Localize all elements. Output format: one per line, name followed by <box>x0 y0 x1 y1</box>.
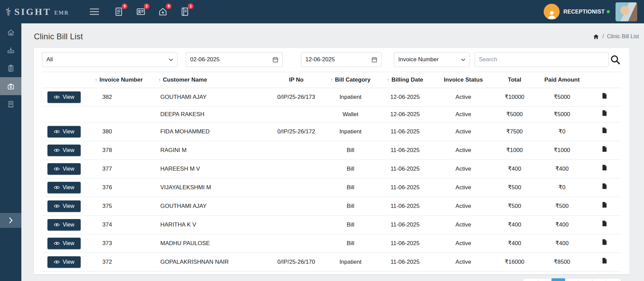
breadcrumb: / Clinic Bill List <box>593 34 639 40</box>
view-cell: View <box>42 160 93 178</box>
pdf-icon[interactable] <box>602 146 607 152</box>
cell-invoice-status: Active <box>434 123 492 141</box>
pdf-icon[interactable] <box>602 93 607 99</box>
cell-customer-name: VIJAYALEKSHMI M <box>156 178 267 197</box>
column-customer-name[interactable]: ↑Customer Name <box>156 72 267 88</box>
eye-icon <box>54 241 60 245</box>
patient-card-icon[interactable]: 2 <box>135 5 147 18</box>
table-row: View 374 HARITHA K V Bill 11-06-2025 Act… <box>42 216 621 234</box>
table-row: View 376 VIJAYALEKSHMI M Bill 11-06-2025… <box>42 178 621 197</box>
view-button[interactable]: View <box>47 200 81 212</box>
cell-invoice-status: Active <box>434 216 492 234</box>
column-billing-date[interactable]: ↑Billing Date <box>376 72 434 88</box>
table-row: View 377 HAREESH M V Bill 11-06-2025 Act… <box>42 160 621 178</box>
calendar-icon <box>273 57 278 63</box>
sidebar-item-billing[interactable] <box>0 77 21 95</box>
breadcrumb-home-icon[interactable] <box>593 34 599 40</box>
cell-invoice-status: Active <box>434 141 492 160</box>
cell-invoice-number: 372 <box>93 253 156 272</box>
cell-bill-category: Bill <box>325 197 376 216</box>
search-icon[interactable] <box>610 55 621 65</box>
pagination-item[interactable]: »» <box>606 278 621 281</box>
eye-icon <box>54 148 60 152</box>
view-button[interactable]: View <box>47 163 81 175</box>
view-button[interactable]: View <box>47 126 81 137</box>
pdf-icon[interactable] <box>602 220 607 226</box>
pagination-item[interactable]: « <box>538 278 552 281</box>
ledger-icon[interactable]: 1 <box>179 5 191 18</box>
view-button[interactable]: View <box>47 256 81 268</box>
table-row: View 380 FIDA MOHAMMED 0/IP/25-26/172 In… <box>42 123 621 141</box>
cell-paid-amount: ₹400 <box>537 160 587 178</box>
column-bill-category[interactable]: ↑Bill Category <box>325 72 376 88</box>
pdf-icon[interactable] <box>602 202 607 208</box>
pdf-icon[interactable] <box>602 239 607 245</box>
bill-table-body: View 382 GOUTHAMI AJAY 0/IP/25-26/173 In… <box>42 88 621 272</box>
sidebar-expand-button[interactable] <box>0 213 21 228</box>
table-row: DEEPA RAKESH Wallet 12-06-2025 Active ₹5… <box>42 107 621 123</box>
view-cell: View <box>42 88 93 107</box>
cell-paid-amount: ₹0 <box>537 123 587 141</box>
view-button[interactable]: View <box>47 145 81 156</box>
user-role-label: RECEPTIONIST <box>563 9 605 15</box>
user-avatar[interactable] <box>544 4 560 20</box>
pagination-item[interactable]: 3 <box>579 278 592 281</box>
pdf-icon[interactable] <box>602 127 607 133</box>
bill-list-icon[interactable]: 9 <box>113 5 125 18</box>
sidebar-item-reports[interactable] <box>0 95 21 113</box>
pagination-page-current[interactable]: 1 <box>551 278 565 281</box>
pagination: «««123»»» <box>42 278 621 281</box>
bill-type-selected-value: All <box>46 56 169 63</box>
menu-toggle-button[interactable] <box>88 7 100 16</box>
from-date-input[interactable]: 02-06-2025 <box>186 52 283 67</box>
table-row: View 375 GOUTHAMI AJAY Bill 11-06-2025 A… <box>42 197 621 216</box>
pdf-icon[interactable] <box>602 258 607 264</box>
cell-actions <box>587 107 621 123</box>
view-button[interactable]: View <box>47 219 81 231</box>
to-date-input[interactable]: 12-06-2025 <box>301 52 382 67</box>
cell-ip-no <box>267 107 325 123</box>
search-type-select[interactable]: Invoice Number <box>394 52 470 67</box>
sidebar-item-home[interactable] <box>0 23 21 41</box>
view-button[interactable]: View <box>47 91 81 103</box>
column-invoice-number[interactable]: ↑Invoice Number <box>93 72 156 88</box>
profile-photo[interactable] <box>616 2 637 21</box>
view-button[interactable]: View <box>47 238 81 249</box>
sidebar-item-inbox[interactable] <box>0 41 21 59</box>
bill-list-card: All 02-06-2025 12-06-2025 Invoice Number <box>34 48 629 274</box>
sidebar <box>0 23 21 281</box>
eye-icon <box>54 95 60 99</box>
cell-bill-category: Bill <box>325 216 376 234</box>
cell-invoice-status: Active <box>434 253 492 272</box>
pagination-item[interactable]: » <box>592 278 606 281</box>
cell-billing-date: 11-06-2025 <box>376 141 434 160</box>
pagination-item[interactable]: 2 <box>565 278 579 281</box>
view-button[interactable]: View <box>47 182 81 193</box>
top-navbar: ⚕ SIGHT EMR 9 2 9 1 RECEPTIONIST <box>0 0 644 23</box>
view-button-label: View <box>63 240 74 246</box>
breadcrumb-current: Clinic Bill List <box>607 34 639 40</box>
cell-invoice-status: Active <box>434 160 492 178</box>
cell-ip-no: 0/IP/25-26/173 <box>267 88 325 107</box>
pagination-item[interactable]: «« <box>523 278 538 281</box>
cell-actions <box>587 216 621 234</box>
cell-total: ₹400 <box>492 216 537 234</box>
cell-bill-category: Bill <box>325 141 376 160</box>
app-name: SIGHT <box>14 6 51 17</box>
home-care-icon[interactable]: 9 <box>157 5 169 18</box>
cell-paid-amount: ₹500 <box>537 197 587 216</box>
pdf-icon[interactable] <box>602 110 607 116</box>
cell-customer-name: RAGINI M <box>156 141 267 160</box>
view-button-label: View <box>63 259 74 265</box>
cell-invoice-number: 376 <box>93 178 156 197</box>
pdf-icon[interactable] <box>602 165 607 171</box>
chevron-down-icon <box>461 58 465 61</box>
search-input[interactable] <box>475 52 609 67</box>
sidebar-item-clipboard[interactable] <box>0 59 21 77</box>
pdf-icon[interactable] <box>602 183 607 189</box>
column-paid-amount: Paid Amount <box>537 72 587 88</box>
cell-total: ₹10000 <box>492 88 537 107</box>
bill-type-select[interactable]: All <box>42 52 178 67</box>
cell-bill-category: Bill <box>325 234 376 253</box>
notification-badge: 1 <box>188 3 194 9</box>
